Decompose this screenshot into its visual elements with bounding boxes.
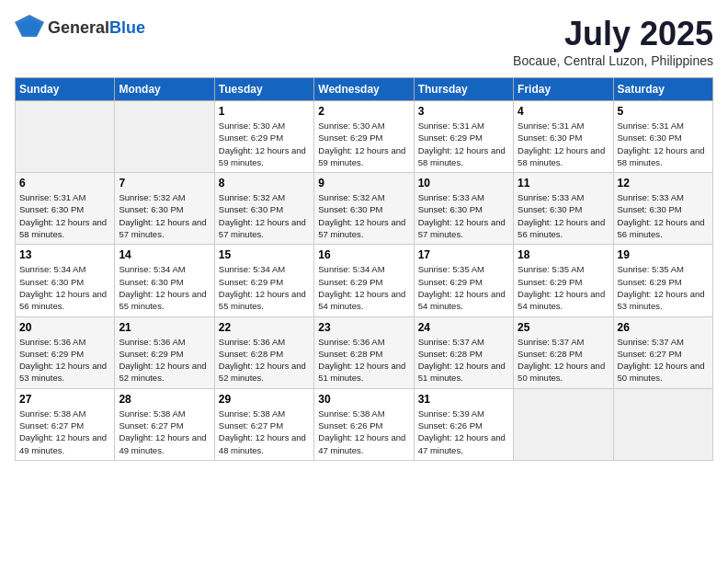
logo-icon xyxy=(15,15,44,40)
day-info: Sunrise: 5:37 AM Sunset: 6:28 PM Dayligh… xyxy=(418,336,509,385)
calendar-cell: 24Sunrise: 5:37 AM Sunset: 6:28 PM Dayli… xyxy=(414,316,513,388)
calendar-cell: 2Sunrise: 5:30 AM Sunset: 6:29 PM Daylig… xyxy=(314,101,414,173)
day-info: Sunrise: 5:34 AM Sunset: 6:29 PM Dayligh… xyxy=(219,263,310,312)
day-number: 28 xyxy=(119,393,210,406)
day-number: 20 xyxy=(19,321,110,334)
day-number: 8 xyxy=(219,177,310,190)
day-info: Sunrise: 5:34 AM Sunset: 6:29 PM Dayligh… xyxy=(318,263,409,312)
day-info: Sunrise: 5:33 AM Sunset: 6:30 PM Dayligh… xyxy=(418,191,509,240)
calendar-cell: 11Sunrise: 5:33 AM Sunset: 6:30 PM Dayli… xyxy=(514,173,613,245)
day-info: Sunrise: 5:35 AM Sunset: 6:29 PM Dayligh… xyxy=(618,263,709,312)
calendar-cell: 25Sunrise: 5:37 AM Sunset: 6:28 PM Dayli… xyxy=(514,316,613,388)
day-info: Sunrise: 5:31 AM Sunset: 6:29 PM Dayligh… xyxy=(418,120,509,168)
weekday-header-row: SundayMondayTuesdayWednesdayThursdayFrid… xyxy=(16,78,713,101)
day-info: Sunrise: 5:36 AM Sunset: 6:28 PM Dayligh… xyxy=(318,336,409,385)
day-number: 16 xyxy=(318,248,409,261)
calendar-week-4: 20Sunrise: 5:36 AM Sunset: 6:29 PM Dayli… xyxy=(16,316,713,388)
calendar-cell: 17Sunrise: 5:35 AM Sunset: 6:29 PM Dayli… xyxy=(414,245,513,316)
calendar-cell xyxy=(115,101,214,173)
calendar-cell: 20Sunrise: 5:36 AM Sunset: 6:29 PM Dayli… xyxy=(16,316,115,388)
day-info: Sunrise: 5:33 AM Sunset: 6:30 PM Dayligh… xyxy=(618,191,709,240)
day-info: Sunrise: 5:31 AM Sunset: 6:30 PM Dayligh… xyxy=(19,191,110,240)
calendar-cell: 28Sunrise: 5:38 AM Sunset: 6:27 PM Dayli… xyxy=(115,388,214,460)
day-info: Sunrise: 5:35 AM Sunset: 6:29 PM Dayligh… xyxy=(518,263,609,312)
day-info: Sunrise: 5:32 AM Sunset: 6:30 PM Dayligh… xyxy=(318,191,409,240)
calendar-cell: 13Sunrise: 5:34 AM Sunset: 6:30 PM Dayli… xyxy=(16,245,115,316)
weekday-header-monday: Monday xyxy=(115,78,214,101)
calendar-cell: 31Sunrise: 5:39 AM Sunset: 6:26 PM Dayli… xyxy=(414,388,513,460)
day-number: 29 xyxy=(219,393,310,406)
weekday-header-thursday: Thursday xyxy=(414,78,513,101)
calendar-cell: 6Sunrise: 5:31 AM Sunset: 6:30 PM Daylig… xyxy=(16,173,115,245)
logo-general: General xyxy=(48,18,109,37)
day-number: 31 xyxy=(418,393,509,406)
logo-blue: Blue xyxy=(109,18,145,37)
calendar-cell: 15Sunrise: 5:34 AM Sunset: 6:29 PM Dayli… xyxy=(214,245,313,316)
calendar-cell: 14Sunrise: 5:34 AM Sunset: 6:30 PM Dayli… xyxy=(115,245,214,316)
day-number: 13 xyxy=(19,248,110,261)
calendar-cell: 29Sunrise: 5:38 AM Sunset: 6:27 PM Dayli… xyxy=(214,388,313,460)
calendar-cell: 22Sunrise: 5:36 AM Sunset: 6:28 PM Dayli… xyxy=(214,316,313,388)
day-number: 9 xyxy=(318,177,409,190)
day-info: Sunrise: 5:35 AM Sunset: 6:29 PM Dayligh… xyxy=(418,263,509,312)
day-number: 26 xyxy=(618,321,709,334)
day-number: 14 xyxy=(119,248,210,261)
day-number: 15 xyxy=(219,248,310,261)
calendar-cell: 9Sunrise: 5:32 AM Sunset: 6:30 PM Daylig… xyxy=(314,173,414,245)
day-info: Sunrise: 5:38 AM Sunset: 6:26 PM Dayligh… xyxy=(318,408,409,456)
day-info: Sunrise: 5:37 AM Sunset: 6:27 PM Dayligh… xyxy=(618,336,709,385)
calendar-cell: 12Sunrise: 5:33 AM Sunset: 6:30 PM Dayli… xyxy=(613,173,712,245)
weekday-header-sunday: Sunday xyxy=(16,78,115,101)
calendar-week-5: 27Sunrise: 5:38 AM Sunset: 6:27 PM Dayli… xyxy=(16,388,713,460)
title-block: July 2025 Bocaue, Central Luzon, Philipp… xyxy=(513,15,713,68)
day-info: Sunrise: 5:31 AM Sunset: 6:30 PM Dayligh… xyxy=(618,120,709,168)
calendar-cell: 4Sunrise: 5:31 AM Sunset: 6:30 PM Daylig… xyxy=(514,101,613,173)
calendar-cell: 5Sunrise: 5:31 AM Sunset: 6:30 PM Daylig… xyxy=(613,101,712,173)
calendar-table: SundayMondayTuesdayWednesdayThursdayFrid… xyxy=(15,77,713,461)
calendar-cell: 23Sunrise: 5:36 AM Sunset: 6:28 PM Dayli… xyxy=(314,316,414,388)
day-info: Sunrise: 5:36 AM Sunset: 6:29 PM Dayligh… xyxy=(19,336,110,385)
calendar-cell: 30Sunrise: 5:38 AM Sunset: 6:26 PM Dayli… xyxy=(314,388,414,460)
day-info: Sunrise: 5:32 AM Sunset: 6:30 PM Dayligh… xyxy=(219,191,310,240)
day-info: Sunrise: 5:30 AM Sunset: 6:29 PM Dayligh… xyxy=(219,120,310,168)
calendar-cell: 8Sunrise: 5:32 AM Sunset: 6:30 PM Daylig… xyxy=(214,173,313,245)
day-info: Sunrise: 5:33 AM Sunset: 6:30 PM Dayligh… xyxy=(518,191,609,240)
calendar-week-3: 13Sunrise: 5:34 AM Sunset: 6:30 PM Dayli… xyxy=(16,245,713,316)
day-number: 2 xyxy=(318,105,409,118)
day-number: 5 xyxy=(618,105,709,118)
day-number: 19 xyxy=(618,248,709,261)
calendar-cell: 10Sunrise: 5:33 AM Sunset: 6:30 PM Dayli… xyxy=(414,173,513,245)
weekday-header-friday: Friday xyxy=(514,78,613,101)
day-info: Sunrise: 5:34 AM Sunset: 6:30 PM Dayligh… xyxy=(119,263,210,312)
calendar-cell: 16Sunrise: 5:34 AM Sunset: 6:29 PM Dayli… xyxy=(314,245,414,316)
calendar-cell: 7Sunrise: 5:32 AM Sunset: 6:30 PM Daylig… xyxy=(115,173,214,245)
day-number: 7 xyxy=(119,177,210,190)
day-number: 3 xyxy=(418,105,509,118)
calendar-cell xyxy=(16,101,115,173)
weekday-header-tuesday: Tuesday xyxy=(214,78,313,101)
day-info: Sunrise: 5:36 AM Sunset: 6:28 PM Dayligh… xyxy=(219,336,310,385)
month-title: July 2025 xyxy=(513,15,713,53)
calendar-cell: 18Sunrise: 5:35 AM Sunset: 6:29 PM Dayli… xyxy=(514,245,613,316)
day-number: 18 xyxy=(518,248,609,261)
location-title: Bocaue, Central Luzon, Philippines xyxy=(513,53,713,68)
day-number: 21 xyxy=(119,321,210,334)
calendar-week-1: 1Sunrise: 5:30 AM Sunset: 6:29 PM Daylig… xyxy=(16,101,713,173)
day-number: 17 xyxy=(418,248,509,261)
weekday-header-saturday: Saturday xyxy=(613,78,712,101)
day-info: Sunrise: 5:32 AM Sunset: 6:30 PM Dayligh… xyxy=(119,191,210,240)
day-number: 27 xyxy=(19,393,110,406)
day-number: 4 xyxy=(518,105,609,118)
day-number: 24 xyxy=(418,321,509,334)
calendar-cell: 27Sunrise: 5:38 AM Sunset: 6:27 PM Dayli… xyxy=(16,388,115,460)
calendar-cell xyxy=(613,388,712,460)
day-number: 25 xyxy=(518,321,609,334)
day-number: 23 xyxy=(318,321,409,334)
day-info: Sunrise: 5:31 AM Sunset: 6:30 PM Dayligh… xyxy=(518,120,609,168)
day-number: 1 xyxy=(219,105,310,118)
calendar-cell: 3Sunrise: 5:31 AM Sunset: 6:29 PM Daylig… xyxy=(414,101,513,173)
day-info: Sunrise: 5:39 AM Sunset: 6:26 PM Dayligh… xyxy=(418,408,509,456)
day-info: Sunrise: 5:34 AM Sunset: 6:30 PM Dayligh… xyxy=(19,263,110,312)
calendar-week-2: 6Sunrise: 5:31 AM Sunset: 6:30 PM Daylig… xyxy=(16,173,713,245)
day-number: 12 xyxy=(618,177,709,190)
